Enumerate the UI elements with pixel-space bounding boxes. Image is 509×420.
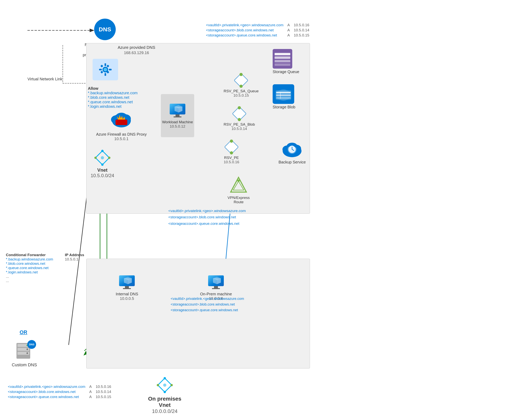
inner-dns-0: <vaultId>.privatelink.<geo>.windowsazure… bbox=[168, 208, 246, 214]
cf-domain-3: *.login.windows.net bbox=[6, 270, 53, 274]
svg-rect-95 bbox=[212, 288, 220, 289]
svg-point-102 bbox=[164, 391, 166, 393]
internal-dns-container: Internal DNS 10.0.0.5 bbox=[116, 274, 138, 301]
bot-dns-row-2-type: A bbox=[87, 394, 94, 399]
svg-point-55 bbox=[230, 140, 233, 143]
svg-point-104 bbox=[170, 384, 173, 386]
svg-point-50 bbox=[239, 85, 243, 88]
op-dns-0: <vaultId>.privatelink.<geo>.windowsazure… bbox=[171, 296, 244, 302]
bot-dns-row-2-ip: 10.5.0.15 bbox=[94, 394, 113, 399]
bot-dns-row-1-type: A bbox=[87, 389, 94, 394]
cf-domain-0: *.backup.windowsazure.com bbox=[6, 257, 53, 262]
vpn-icon bbox=[230, 176, 247, 194]
workload-monitor-icon bbox=[169, 103, 186, 118]
pe-blob-ip: 10.5.0.14 bbox=[224, 127, 255, 131]
pe-queue-label: RSV_PE_SA_Queue bbox=[224, 89, 259, 93]
svg-point-82 bbox=[101, 164, 104, 166]
bot-dns-row-0-domain: <vaultId>.privatelink.<geo>.windowsazure… bbox=[6, 384, 87, 389]
svg-rect-94 bbox=[214, 286, 218, 288]
allow-item-0: *.backup.windowsazure.com bbox=[88, 91, 138, 95]
cf-domain-4: ... bbox=[6, 274, 53, 279]
svg-rect-65 bbox=[276, 92, 291, 93]
inner-dns-1: <storageaccount>.blob.core.windows.net bbox=[168, 214, 246, 220]
svg-point-84 bbox=[108, 157, 110, 159]
storage-queue-icon bbox=[273, 49, 292, 69]
svg-point-83 bbox=[94, 157, 97, 159]
allow-list: Allow *.backup.windowsazure.com *.blob.c… bbox=[88, 86, 138, 109]
dns-row-1-ip: 10.5.0.14 bbox=[292, 28, 311, 33]
allow-item-3: *.login.windows.net bbox=[88, 104, 138, 109]
on-prem-vnet-container: On premisesVnet 10.0.0.0/24 bbox=[148, 376, 181, 414]
azure-dns-label: Azure provided DNS 168.63.129.16 bbox=[118, 45, 155, 55]
cf-domain-2: *.queue.core.windows.net bbox=[6, 266, 53, 270]
on-prem-inner-dns: <vaultId>.privatelink.<geo>.windowsazure… bbox=[171, 296, 244, 313]
internal-dns-ip: 10.0.0.5 bbox=[116, 296, 138, 301]
vpn-label: VPN/ExpressRoute bbox=[228, 195, 250, 204]
svg-rect-59 bbox=[275, 56, 290, 59]
svg-rect-28 bbox=[99, 69, 102, 70]
dns-row-2-domain: <storageaccount>.queue.core.windows.net bbox=[204, 33, 285, 38]
svg-point-52 bbox=[238, 106, 241, 109]
dns-row-0-domain: <vaultId>.privatelink.<geo>.windowsazure… bbox=[204, 22, 285, 28]
allow-item-1: *.blob.core.windows.net bbox=[88, 95, 138, 100]
bot-dns-row-2-domain: <storageaccount>.queue.core.windows.net bbox=[6, 394, 87, 399]
pe-rsv-label: RSV_PE bbox=[224, 156, 239, 160]
dns-row-1-domain: <storageaccount>.blob.core.windows.net bbox=[204, 28, 285, 33]
pe-blob-label: RSV_PE_SA_Blob bbox=[224, 122, 255, 127]
vnet-container: Vnet 10.5.0.0/24 bbox=[91, 149, 114, 178]
svg-rect-27 bbox=[105, 73, 106, 76]
on-prem-vnet-label: On premisesVnet bbox=[148, 396, 181, 408]
firewall-icon bbox=[111, 109, 132, 130]
svg-point-79 bbox=[237, 180, 240, 182]
custom-dns-container: DNS Custom DNS bbox=[12, 341, 37, 368]
vpn-container: VPN/ExpressRoute bbox=[228, 176, 250, 204]
svg-rect-31 bbox=[107, 65, 109, 68]
dns-row-2-type: A bbox=[285, 33, 292, 38]
firewall-label: Azure Firewall as DNS Proxy bbox=[96, 132, 147, 137]
on-prem-monitor-icon bbox=[207, 274, 225, 290]
svg-rect-29 bbox=[109, 69, 112, 70]
svg-rect-43 bbox=[174, 116, 181, 117]
bot-dns-row-0-type: A bbox=[87, 384, 94, 389]
workload-ip: 10.5.0.12 bbox=[162, 124, 193, 128]
svg-rect-32 bbox=[100, 71, 103, 74]
allow-item-2: *.queue.core.windows.net bbox=[88, 100, 138, 104]
pe-queue-container: RSV_PE_SA_Queue 10.5.0.15 bbox=[224, 73, 259, 98]
vnet-label: Vnet bbox=[91, 167, 114, 173]
pe-blob-container: RSV_PE_SA_Blob 10.5.0.14 bbox=[224, 106, 255, 131]
cf-ip-0: 10.5.0.1 bbox=[65, 257, 84, 262]
svg-rect-87 bbox=[125, 286, 129, 288]
cf-domain-1: *.blob.core.windows.net bbox=[6, 262, 53, 266]
pe-queue-icon bbox=[233, 73, 249, 88]
storage-queue-label: Storage Queue bbox=[273, 70, 299, 74]
svg-marker-78 bbox=[233, 181, 244, 190]
azure-dns-gear-box bbox=[93, 59, 118, 80]
bot-dns-row-1-domain: <storageaccount>.blob.core.windows.net bbox=[6, 389, 87, 394]
vnet-cidr: 10.5.0.0/24 bbox=[91, 173, 114, 178]
svg-point-111 bbox=[26, 348, 28, 350]
or-label: OR bbox=[20, 329, 27, 335]
backup-service-icon bbox=[281, 137, 303, 159]
dns-label: DNS bbox=[99, 26, 111, 33]
pe-blob-icon bbox=[231, 106, 247, 121]
svg-point-49 bbox=[239, 73, 243, 76]
bot-dns-row-1-ip: 10.5.0.14 bbox=[94, 389, 113, 394]
virtual-network-link-label: Virtual Network Link bbox=[27, 76, 62, 82]
dns-records-top: <vaultId>.privatelink.<geo>.windowsazure… bbox=[204, 22, 311, 38]
dns-row-1-type: A bbox=[285, 28, 292, 33]
svg-rect-61 bbox=[275, 63, 290, 66]
storage-blob-label: Storage Blob bbox=[273, 105, 295, 109]
dns-row-0-type: A bbox=[285, 22, 292, 28]
dns-row-0-ip: 10.5.0.16 bbox=[292, 22, 311, 28]
on-prem-vnet-icon bbox=[156, 376, 174, 394]
vnet-icon bbox=[93, 149, 111, 167]
workload-machine-box: Workload Machine 10.5.0.12 bbox=[161, 94, 194, 137]
bot-dns-row-0-ip: 10.5.0.16 bbox=[94, 384, 113, 389]
internal-dns-monitor-icon bbox=[118, 274, 136, 290]
workload-label: Workload Machine bbox=[162, 120, 193, 124]
svg-rect-68 bbox=[280, 92, 281, 99]
dns-row-2-ip: 10.5.0.15 bbox=[292, 33, 311, 38]
svg-point-105 bbox=[163, 383, 166, 387]
svg-point-25 bbox=[104, 68, 107, 71]
op-dns-2: <storageaccount>.queue.core.windows.net bbox=[171, 307, 244, 313]
